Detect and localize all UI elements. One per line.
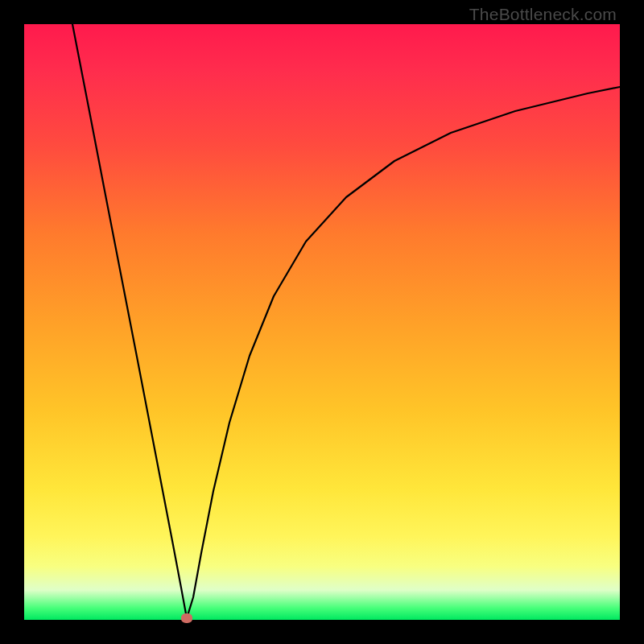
optimum-marker <box>181 613 192 623</box>
plot-area <box>24 24 620 620</box>
chart-frame: TheBottleneck.com <box>0 0 644 644</box>
attribution-label: TheBottleneck.com <box>469 5 617 24</box>
bottleneck-curve <box>24 24 620 620</box>
